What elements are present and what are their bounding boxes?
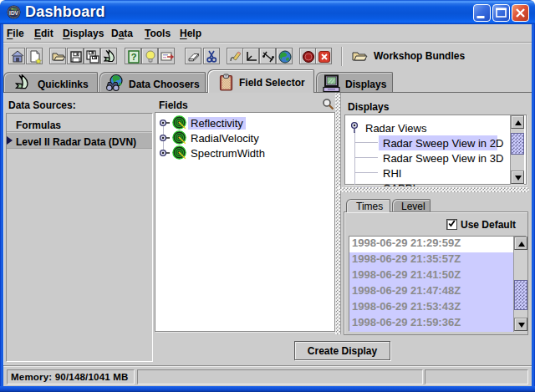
svg-text:IDV: IDV: [9, 10, 19, 16]
svg-text:?: ?: [131, 52, 137, 62]
